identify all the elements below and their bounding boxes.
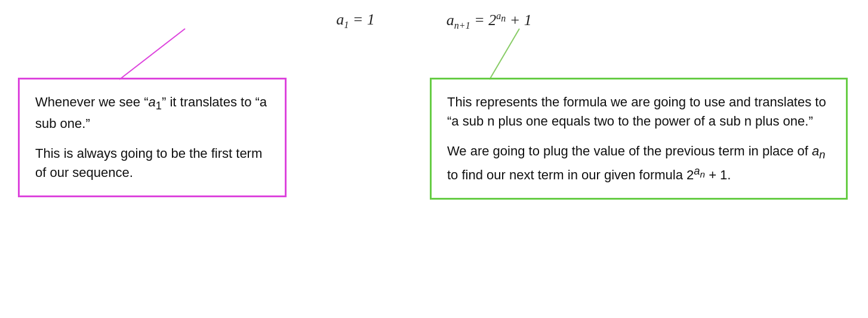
formula-right: an+1 = 2an + 1 (447, 11, 532, 31)
left-box-text: Whenever we see “a1” it translates to “a… (35, 93, 269, 182)
formula-left: a1 = 1 (336, 11, 375, 31)
right-paragraph-1: This represents the formula we are going… (447, 93, 830, 131)
svg-line-1 (490, 29, 519, 80)
right-box-text: This represents the formula we are going… (447, 93, 830, 185)
left-paragraph-1: Whenever we see “a1” it translates to “a… (35, 93, 269, 133)
left-annotation-box: Whenever we see “a1” it translates to “a… (18, 78, 287, 197)
right-annotation-box: This represents the formula we are going… (430, 78, 848, 200)
right-paragraph-2: We are going to plug the value of the pr… (447, 142, 830, 185)
svg-line-0 (119, 29, 185, 80)
left-paragraph-2: This is always going to be the first ter… (35, 144, 269, 182)
formula-area: a1 = 1 an+1 = 2an + 1 (0, 11, 868, 31)
